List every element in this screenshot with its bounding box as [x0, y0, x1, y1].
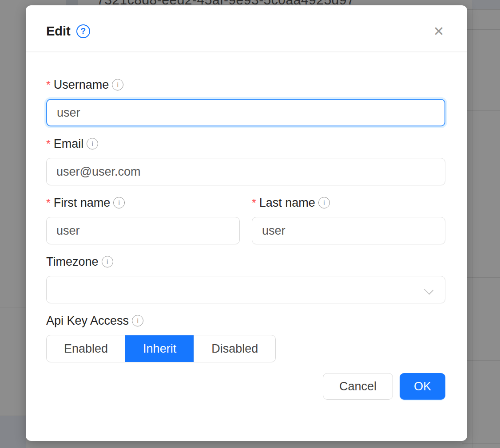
api-key-access-label: Api Key Access i: [46, 313, 445, 328]
background-table-line: [0, 307, 26, 307]
required-marker: *: [252, 195, 256, 210]
chevron-down-icon: [424, 285, 434, 295]
last-name-input[interactable]: [252, 217, 445, 244]
email-label: * Email i: [46, 136, 445, 151]
first-name-input[interactable]: [46, 217, 240, 244]
first-name-form-item: * First name i: [46, 195, 240, 244]
email-label-text: Email: [54, 136, 84, 151]
background-table-line: [462, 110, 500, 111]
info-icon[interactable]: i: [113, 197, 125, 208]
radio-option-inherit[interactable]: Inherit: [125, 335, 194, 362]
info-icon[interactable]: i: [112, 79, 123, 90]
info-icon[interactable]: i: [132, 315, 143, 326]
background-table-header-band: [472, 0, 500, 9]
email-form-item: * Email i: [46, 136, 445, 185]
api-key-access-form-item: Api Key Access i Enabled Inherit Disable…: [46, 313, 445, 362]
background-panel-band: [0, 416, 26, 448]
timezone-label-text: Timezone: [46, 254, 99, 269]
background-table-line: [462, 29, 500, 30]
edit-user-form: * Username i * Email i * First name i: [26, 52, 467, 362]
modal-footer: Cancel OK: [26, 373, 467, 400]
email-input[interactable]: [46, 158, 445, 185]
background-table-line: [462, 360, 500, 361]
required-marker: *: [46, 136, 51, 151]
background-table-vline: [472, 0, 472, 448]
last-name-form-item: * Last name i: [252, 195, 445, 244]
info-icon[interactable]: i: [318, 197, 330, 208]
required-marker: *: [46, 77, 51, 92]
info-icon[interactable]: i: [87, 138, 98, 149]
last-name-label: * Last name i: [252, 195, 445, 210]
edit-user-modal: Edit ? ✕ * Username i * Email i: [26, 5, 467, 441]
first-name-label-text: First name: [54, 195, 111, 210]
api-key-access-label-text: Api Key Access: [46, 313, 129, 328]
background-table-line: [462, 277, 500, 278]
background-table-line: [462, 443, 500, 444]
username-input[interactable]: [46, 99, 445, 126]
username-form-item: * Username i: [46, 77, 445, 126]
required-marker: *: [46, 195, 51, 210]
timezone-label: Timezone i: [46, 254, 445, 269]
username-label-text: Username: [54, 77, 109, 92]
username-label: * Username i: [46, 77, 445, 92]
modal-title: Edit: [46, 24, 71, 39]
radio-option-disabled[interactable]: Disabled: [194, 335, 275, 362]
cancel-button[interactable]: Cancel: [323, 373, 393, 400]
api-key-access-radio-group: Enabled Inherit Disabled: [46, 335, 276, 362]
name-row: * First name i * Last name i: [46, 195, 445, 244]
timezone-select[interactable]: [46, 276, 445, 303]
first-name-label: * First name i: [46, 195, 240, 210]
modal-header: Edit ? ✕: [26, 5, 467, 52]
info-icon[interactable]: i: [102, 256, 113, 267]
radio-option-enabled[interactable]: Enabled: [47, 335, 125, 362]
ok-button[interactable]: OK: [400, 373, 445, 400]
background-table-line: [462, 9, 500, 10]
close-icon[interactable]: ✕: [430, 22, 448, 40]
background-table-line: [462, 194, 500, 194]
last-name-label-text: Last name: [259, 195, 315, 210]
timezone-form-item: Timezone i: [46, 254, 445, 303]
help-circle-icon[interactable]: ?: [76, 24, 90, 38]
